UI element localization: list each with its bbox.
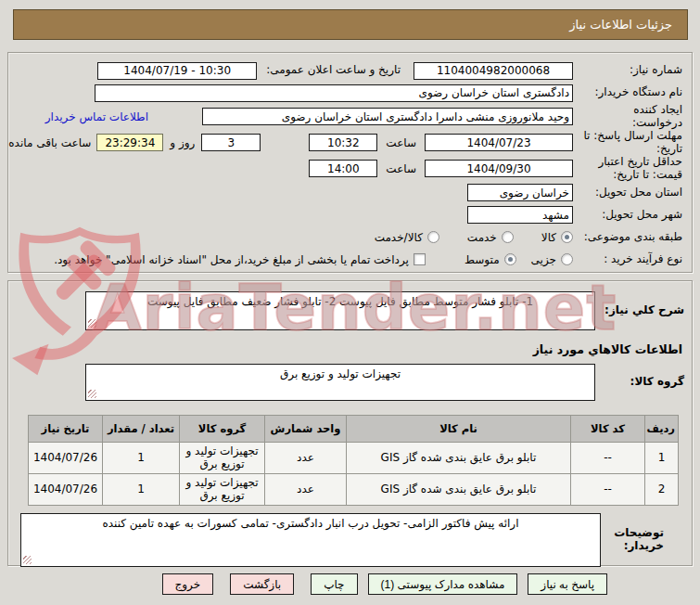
goods-group-text: تجهیزات تولید و توزیع برق	[280, 367, 401, 397]
price-validity-row: حداقل تاریخ اعتبار قیمت: تا تاریخ: 1404/…	[8, 156, 692, 182]
process-type-row: نوع فرآیند خرید : جزیی متوسط پرداخت تمام…	[8, 249, 692, 271]
need-number-label: شماره نیاز:	[573, 64, 682, 77]
need-number-row: شماره نیاز: 1104004982000068 تاریخ و ساع…	[8, 59, 692, 82]
col-count-unit: واحد شمارش	[265, 416, 347, 443]
cell-goods-code: --	[571, 473, 645, 505]
page-title-text: جزئیات اطلاعات نیاز	[569, 18, 672, 32]
treasury-checkbox-label: پرداخت تمام یا بخشی از مبلغ خرید،از محل …	[54, 253, 409, 266]
col-row-index: ردیف	[645, 416, 679, 443]
print-button[interactable]: چاپ	[311, 573, 357, 595]
items-section-header: اطلاعات کالاهاي مورد نیاز	[8, 342, 682, 356]
province-field[interactable]: خراسان رضوی	[467, 184, 573, 201]
need-details-groupbox: شرح کلي نیاز: 1- تابلو فشار متوسط مطابق …	[7, 280, 693, 566]
cell-quantity: 1	[103, 443, 180, 474]
announce-datetime-field[interactable]: 1404/07/19 - 10:30	[97, 62, 257, 80]
validity-label: حداقل تاریخ اعتبار قیمت: تا تاریخ:	[573, 156, 682, 182]
cell-quantity: 1	[103, 473, 180, 505]
radio-goods-label: کالا	[541, 231, 556, 244]
cell-need-date: 1404/07/26	[29, 443, 103, 474]
cell-count-unit: عدد	[265, 443, 347, 474]
treasury-payment-option[interactable]: پرداخت تمام یا بخشی از مبلغ خرید،از محل …	[54, 253, 426, 266]
classification-option-goods-service[interactable]: کالا/خدمت	[375, 231, 439, 244]
radio-minor-label: جزیی	[531, 253, 556, 266]
col-goods-group: گروه کالا	[180, 416, 265, 443]
announce-label: تاریخ و ساعت اعلان عمومی:	[266, 64, 401, 77]
goods-group-row: گروه کالا: تجهیزات تولید و توزیع برق	[8, 364, 692, 401]
cell-goods-group: تجهیزات تولید و توزیع برق	[180, 473, 265, 505]
buyer-notes-text: ارائه پیش فاکتور الزامی- تحویل درب انبار…	[103, 517, 519, 532]
buyer-notes-label: توضیحات خریدار:	[610, 527, 664, 553]
countdown-timer: 23:29:34	[96, 134, 163, 151]
creator-field[interactable]: وحید ملانوروزی منشی داسرا دادگستری استان…	[202, 108, 573, 125]
exit-button[interactable]: خروج	[162, 573, 214, 595]
remaining-days-label: روز و	[170, 136, 195, 149]
resize-grip-icon[interactable]	[88, 319, 96, 328]
buyer-org-field[interactable]: دادگستری استان خراسان رضوی	[95, 84, 573, 102]
goods-group-textarea[interactable]: تجهیزات تولید و توزیع برق	[85, 364, 595, 401]
classification-label: طبقه بندی موضوعی:	[573, 231, 682, 244]
radio-minor-icon[interactable]	[561, 253, 573, 265]
deadline-label: مهلت ارسال پاسخ: تا تاریخ:	[573, 130, 682, 156]
cell-count-unit: عدد	[265, 473, 347, 505]
province-row: استان محل تحویل: خراسان رضوی	[8, 182, 692, 204]
deadline-time-field[interactable]: 10:32	[309, 134, 377, 151]
need-info-groupbox: شماره نیاز: 1104004982000068 تاریخ و ساع…	[7, 52, 693, 273]
buyer-contact-link[interactable]: اطلاعات تماس خریدار	[45, 110, 148, 123]
deadline-date-field[interactable]: 1404/07/23	[425, 134, 573, 151]
deadline-row: مهلت ارسال پاسخ: تا تاریخ: 1404/07/23 سا…	[8, 130, 692, 156]
goods-table: ردیف کد کالا نام کالا واحد شمارش گروه کا…	[28, 415, 679, 506]
goods-table-header-row: ردیف کد کالا نام کالا واحد شمارش گروه کا…	[29, 416, 679, 443]
resize-grip-icon[interactable]	[23, 556, 32, 564]
remaining-days-field: 3	[201, 134, 261, 151]
radio-goods-service-icon[interactable]	[427, 231, 439, 243]
process-option-medium[interactable]: متوسط	[465, 253, 516, 266]
buyer-notes-row: توضیحات خریدار: ارائه پیش فاکتور الزامی-…	[8, 513, 692, 567]
need-number-field[interactable]: 1104004982000068	[414, 62, 573, 80]
buyer-org-row: نام دستگاه خریدار: دادگستری استان خراسان…	[8, 82, 692, 104]
province-label: استان محل تحویل:	[573, 187, 682, 200]
radio-medium-label: متوسط	[465, 253, 500, 266]
buyer-notes-textarea[interactable]: ارائه پیش فاکتور الزامی- تحویل درب انبار…	[20, 513, 601, 567]
city-label: شهر محل تحویل:	[573, 209, 682, 222]
radio-medium-icon[interactable]	[504, 253, 516, 265]
table-row: 1 -- تابلو برق عایق بندی شده گاز GIS عدد…	[29, 443, 679, 474]
classification-option-service[interactable]: خدمت	[467, 231, 514, 244]
col-need-date: تاریخ نیاز	[29, 416, 103, 443]
resize-grip-icon[interactable]	[88, 390, 96, 398]
creator-row: ایجاد کننده درخواست: وحید ملانوروزی منشی…	[8, 104, 692, 130]
need-desc-textarea[interactable]: 1- تابلو فشار متوسط مطابق فایل پیوست 2- …	[85, 291, 595, 330]
validity-date-field[interactable]: 1404/09/30	[425, 160, 573, 177]
validity-hour-label: ساعت	[386, 162, 416, 175]
cell-row-index: 2	[645, 473, 679, 505]
process-option-minor[interactable]: جزیی	[531, 253, 573, 266]
table-row: 2 -- تابلو برق عایق بندی شده گاز GIS عدد…	[29, 473, 679, 505]
treasury-checkbox-icon[interactable]	[414, 253, 426, 265]
creator-label: ایجاد کننده درخواست:	[573, 104, 682, 130]
cell-need-date: 1404/07/26	[29, 473, 103, 505]
classification-option-goods[interactable]: کالا	[541, 231, 573, 244]
col-quantity: تعداد / مقدار	[103, 416, 180, 443]
need-desc-text: 1- تابلو فشار متوسط مطابق فایل پیوست 2- …	[147, 295, 533, 327]
remaining-hours-label: ساعت باقی مانده	[8, 136, 91, 149]
back-button[interactable]: بازگشت	[230, 573, 294, 595]
city-row: شهر محل تحویل: مشهد	[8, 204, 692, 226]
action-buttons: پاسخ به نیاز مشاهده مدارک پیوستی (1) چاپ…	[162, 573, 607, 595]
respond-button[interactable]: پاسخ به نیاز	[528, 573, 607, 595]
cell-goods-code: --	[571, 443, 645, 474]
radio-goods-service-label: کالا/خدمت	[375, 231, 423, 244]
radio-goods-icon[interactable]	[561, 231, 573, 243]
col-goods-name: نام کالا	[347, 416, 571, 443]
cell-row-index: 1	[645, 443, 679, 474]
radio-service-label: خدمت	[467, 231, 497, 244]
classification-row: طبقه بندی موضوعی: کالا خدمت کالا/خدمت	[8, 226, 692, 249]
validity-time-field[interactable]: 14:00	[309, 160, 377, 177]
deadline-hour-label: ساعت	[386, 136, 416, 149]
need-desc-label: شرح کلي نیاز:	[595, 304, 684, 317]
radio-service-icon[interactable]	[502, 231, 514, 243]
cell-goods-name: تابلو برق عایق بندی شده گاز GIS	[347, 473, 571, 505]
need-desc-row: شرح کلي نیاز: 1- تابلو فشار متوسط مطابق …	[8, 291, 692, 330]
view-attachments-button[interactable]: مشاهده مدارک پیوستی (1)	[368, 573, 518, 595]
page-title: جزئیات اطلاعات نیاز	[13, 9, 688, 40]
city-field[interactable]: مشهد	[467, 206, 573, 224]
col-goods-code: کد کالا	[571, 416, 645, 443]
